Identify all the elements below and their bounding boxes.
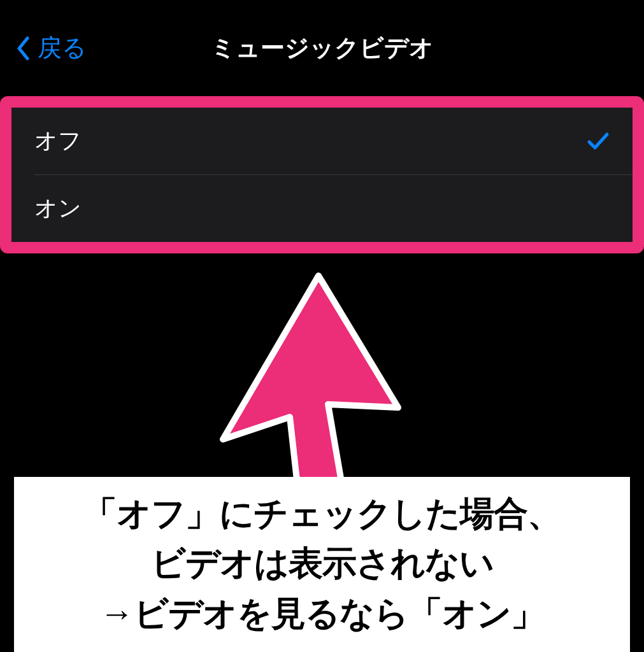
nav-bar: 戻る ミュージックビデオ xyxy=(0,0,644,83)
option-off-row[interactable]: オフ xyxy=(11,108,633,174)
option-on-label: オン xyxy=(34,193,82,224)
option-on-row[interactable]: オン xyxy=(11,175,633,242)
checkmark-icon xyxy=(587,130,610,153)
caption-line-3: →ビデオを見るなら「オン」 xyxy=(22,588,622,638)
back-button[interactable]: 戻る xyxy=(16,32,87,64)
caption-box: 「オフ」にチェックした場合、 ビデオは表示されない →ビデオを見るなら「オン」 xyxy=(14,477,630,652)
options-highlight-box: オフ オン xyxy=(0,96,644,253)
option-off-label: オフ xyxy=(34,125,82,157)
back-label: 戻る xyxy=(38,32,87,64)
page-title: ミュージックビデオ xyxy=(13,32,631,64)
caption-line-2: ビデオは表示されない xyxy=(22,538,622,588)
caption-line-1: 「オフ」にチェックした場合、 xyxy=(22,488,622,538)
cursor-arrow-icon xyxy=(217,267,408,509)
chevron-left-icon xyxy=(16,36,30,60)
